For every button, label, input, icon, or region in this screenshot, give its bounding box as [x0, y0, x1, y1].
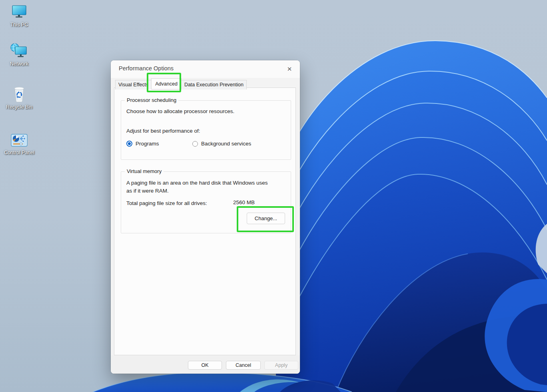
control-panel-icon — [0, 130, 38, 149]
desktop-icon-control-panel[interactable]: Control Panel — [0, 130, 38, 155]
radio-label: Background services — [201, 141, 251, 147]
tab-visual-effects[interactable]: Visual Effects — [115, 80, 152, 90]
recycle-bin-icon — [0, 85, 38, 103]
desktop-icon-this-pc[interactable]: This PC — [0, 2, 38, 28]
desktop-icon-label: This PC — [0, 22, 38, 28]
apply-button: Apply — [264, 361, 298, 370]
group-title: Processor scheduling — [125, 97, 178, 103]
radio-checked-icon[interactable] — [126, 141, 132, 147]
desktop-icon-label: Recycle Bin — [0, 104, 38, 110]
desktop-icon-network[interactable]: Network — [0, 42, 38, 67]
advanced-tab-page: Processor scheduling Choose how to alloc… — [114, 88, 296, 355]
radio-programs[interactable]: Programs — [126, 141, 159, 147]
processor-description: Choose how to allocate processor resourc… — [126, 107, 234, 115]
radio-unchecked-icon[interactable] — [192, 141, 198, 147]
desktop: This PC Network — [0, 0, 547, 392]
radio-label: Programs — [136, 141, 159, 147]
ok-button[interactable]: OK — [188, 361, 222, 370]
close-icon[interactable]: ✕ — [285, 64, 294, 74]
performance-options-dialog: Performance Options ✕ Visual Effects Adv… — [111, 60, 300, 374]
adjust-performance-label: Adjust for best performance of: — [126, 127, 200, 135]
tab-advanced[interactable]: Advanced — [151, 78, 182, 90]
cancel-button[interactable]: Cancel — [226, 361, 261, 370]
tab-strip: Visual Effects Advanced Data Execution P… — [115, 78, 247, 90]
desktop-icon-label: Control Panel — [0, 150, 38, 155]
paging-description-line2: as if it were RAM. — [126, 187, 169, 195]
desktop-icon-recycle-bin[interactable]: Recycle Bin — [0, 85, 38, 110]
radio-background-services[interactable]: Background services — [192, 141, 251, 147]
tab-data-execution-prevention[interactable]: Data Execution Prevention — [181, 80, 247, 90]
network-icon — [0, 42, 38, 60]
total-paging-label: Total paging file size for all drives: — [126, 199, 207, 207]
dialog-titlebar: Performance Options ✕ — [111, 60, 300, 78]
total-paging-value: 2560 MB — [233, 199, 255, 205]
change-button[interactable]: Change... — [247, 213, 285, 224]
dialog-title: Performance Options — [119, 65, 174, 72]
group-title: Virtual memory — [125, 168, 164, 174]
this-pc-icon — [0, 2, 38, 21]
desktop-icon-label: Network — [0, 61, 38, 67]
processor-scheduling-group: Processor scheduling Choose how to alloc… — [121, 100, 291, 160]
virtual-memory-group: Virtual memory A paging file is an area … — [121, 171, 291, 233]
paging-description-line1: A paging file is an area on the hard dis… — [126, 179, 268, 187]
